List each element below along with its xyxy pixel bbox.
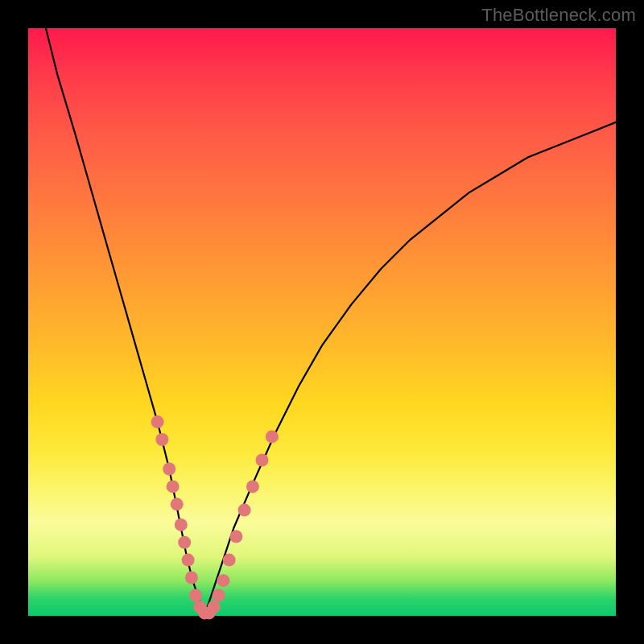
highlight-point xyxy=(246,480,259,493)
highlight-point xyxy=(178,536,191,549)
highlight-point xyxy=(213,589,225,602)
curve-layer xyxy=(46,28,616,616)
highlight-point xyxy=(167,480,180,493)
curve-right-branch xyxy=(204,122,616,616)
highlight-point xyxy=(223,554,236,567)
point-layer xyxy=(151,415,279,619)
chart-frame: TheBottleneck.com xyxy=(0,0,644,644)
highlight-point xyxy=(155,433,168,446)
plot-area xyxy=(28,28,616,616)
highlight-point xyxy=(151,415,164,428)
highlight-point xyxy=(266,430,279,443)
highlight-point xyxy=(163,463,175,476)
highlight-point xyxy=(238,504,251,517)
highlight-point xyxy=(182,554,195,567)
highlight-point xyxy=(217,574,229,587)
highlight-point xyxy=(185,572,198,584)
highlight-point xyxy=(189,589,202,602)
watermark-label: TheBottleneck.com xyxy=(481,5,636,26)
highlight-point xyxy=(229,530,242,543)
highlight-point xyxy=(175,518,188,531)
highlight-point xyxy=(171,497,184,510)
chart-svg xyxy=(28,28,616,616)
highlight-point xyxy=(256,454,269,467)
highlight-point xyxy=(208,601,221,613)
